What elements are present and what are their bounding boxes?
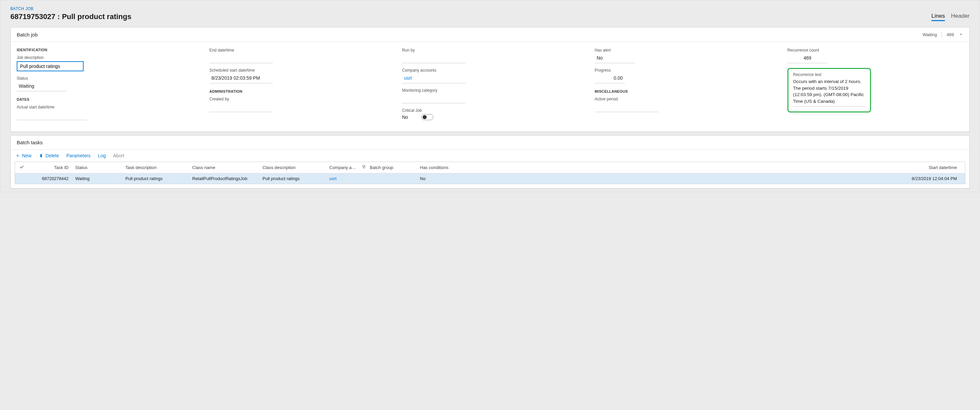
row-task-id: 68720278442 bbox=[29, 173, 72, 184]
breadcrumb[interactable]: BATCH JOB bbox=[10, 6, 970, 11]
batch-job-status-summary: Waiting bbox=[923, 32, 937, 37]
new-button[interactable]: New bbox=[15, 153, 32, 158]
view-tabs: Lines Header bbox=[932, 13, 970, 21]
col-task-id[interactable]: Task ID bbox=[29, 162, 72, 173]
col-has-conditions[interactable]: Has conditions bbox=[417, 162, 467, 173]
progress-label: Progress bbox=[595, 68, 625, 73]
recurrence-count-label: Recurrence count bbox=[788, 48, 827, 53]
status-label: Status bbox=[17, 76, 67, 81]
scheduled-start-value[interactable]: 8/23/2019 02:03:59 PM bbox=[209, 74, 273, 83]
page-title: 68719753027 : Pull product ratings bbox=[10, 13, 131, 21]
recurrence-text-label: Recurrence text bbox=[793, 72, 865, 77]
company-accounts-value[interactable]: usrt bbox=[402, 74, 465, 83]
row-class-name: RetailPullProductRatingsJob bbox=[189, 173, 259, 184]
col-company-account[interactable]: Company acc... bbox=[326, 162, 361, 173]
tab-header[interactable]: Header bbox=[951, 13, 970, 21]
plus-icon bbox=[15, 153, 20, 158]
end-date-label: End date/time bbox=[209, 48, 273, 53]
actual-start-value[interactable] bbox=[17, 111, 87, 120]
col-start-datetime[interactable]: Start date/time bbox=[467, 162, 965, 173]
abort-button: Abort bbox=[113, 153, 124, 158]
tab-lines[interactable]: Lines bbox=[932, 13, 945, 21]
monitoring-category-label: Monitoring category bbox=[402, 88, 465, 93]
created-by-value[interactable] bbox=[209, 103, 273, 112]
col-batch-group[interactable]: Batch group bbox=[366, 162, 417, 173]
has-alert-label: Has alert bbox=[595, 48, 635, 53]
delete-button[interactable]: Delete bbox=[39, 153, 59, 158]
collapse-icon[interactable] bbox=[959, 32, 963, 37]
actual-start-label: Actual start date/time bbox=[17, 105, 87, 109]
created-by-label: Created by bbox=[209, 97, 273, 101]
status-value: Waiting bbox=[17, 82, 67, 91]
row-task-description: Pull product ratings bbox=[122, 173, 189, 184]
active-period-label: Active period bbox=[595, 97, 659, 101]
batch-job-card-title: Batch job bbox=[17, 32, 38, 37]
section-dates: DATES bbox=[17, 97, 192, 101]
company-accounts-label: Company accounts bbox=[402, 68, 465, 73]
run-by-label: Run by bbox=[402, 48, 465, 53]
has-alert-value[interactable]: No bbox=[595, 54, 635, 63]
monitoring-category-value[interactable] bbox=[402, 94, 465, 104]
parameters-button[interactable]: Parameters bbox=[66, 153, 90, 158]
grid-header-row: Task ID Status Task description Class na… bbox=[15, 162, 965, 173]
active-period-value[interactable] bbox=[595, 103, 659, 112]
row-company-account[interactable]: usrt bbox=[326, 173, 361, 184]
log-button[interactable]: Log bbox=[98, 153, 106, 158]
section-miscellaneous: MISCELLANEOUS bbox=[595, 89, 771, 93]
batch-job-card: Batch job Waiting 469 IDENTIFICATION Job… bbox=[10, 27, 970, 132]
recurrence-text-value: Occurs with an interval of 2 hours. The … bbox=[793, 78, 865, 107]
batch-tasks-grid: Task ID Status Task description Class na… bbox=[15, 162, 965, 184]
select-all-column[interactable] bbox=[15, 162, 29, 173]
recurrence-count-value[interactable]: 469 bbox=[788, 54, 827, 63]
batch-tasks-title: Batch tasks bbox=[17, 140, 43, 145]
batch-job-count-summary: 469 bbox=[947, 32, 954, 37]
run-by-value[interactable] bbox=[402, 54, 465, 63]
col-task-description[interactable]: Task description bbox=[122, 162, 189, 173]
end-date-value[interactable] bbox=[209, 54, 273, 63]
row-has-conditions: No bbox=[417, 173, 467, 184]
critical-job-no: No bbox=[402, 115, 408, 120]
section-identification: IDENTIFICATION bbox=[17, 48, 192, 52]
row-status: Waiting bbox=[72, 173, 122, 184]
scheduled-start-label: Scheduled start date/time bbox=[209, 68, 273, 73]
row-batch-group bbox=[366, 176, 417, 182]
progress-value[interactable]: 0.00 bbox=[595, 74, 625, 83]
section-administration: ADMINISTRATION bbox=[209, 89, 385, 93]
row-select[interactable] bbox=[15, 176, 29, 182]
trash-icon bbox=[39, 153, 43, 158]
batch-tasks-card: Batch tasks New Delete Parameters Log Ab… bbox=[10, 135, 970, 188]
job-description-input[interactable] bbox=[17, 61, 84, 71]
row-class-description: Pull product ratings bbox=[259, 173, 326, 184]
critical-job-toggle[interactable] bbox=[421, 114, 433, 120]
recurrence-text-highlight: Recurrence text Occurs with an interval … bbox=[788, 68, 871, 112]
col-class-description[interactable]: Class description bbox=[259, 162, 326, 173]
job-description-label: Job description bbox=[17, 55, 87, 60]
table-row[interactable]: 68720278442 Waiting Pull product ratings… bbox=[15, 173, 965, 184]
row-start-datetime: 8/23/2019 12:04:04 PM bbox=[467, 173, 965, 184]
critical-job-label: Critical Job bbox=[402, 108, 465, 113]
col-status[interactable]: Status bbox=[72, 162, 122, 173]
filter-icon[interactable] bbox=[361, 162, 366, 173]
col-class-name[interactable]: Class name bbox=[189, 162, 259, 173]
